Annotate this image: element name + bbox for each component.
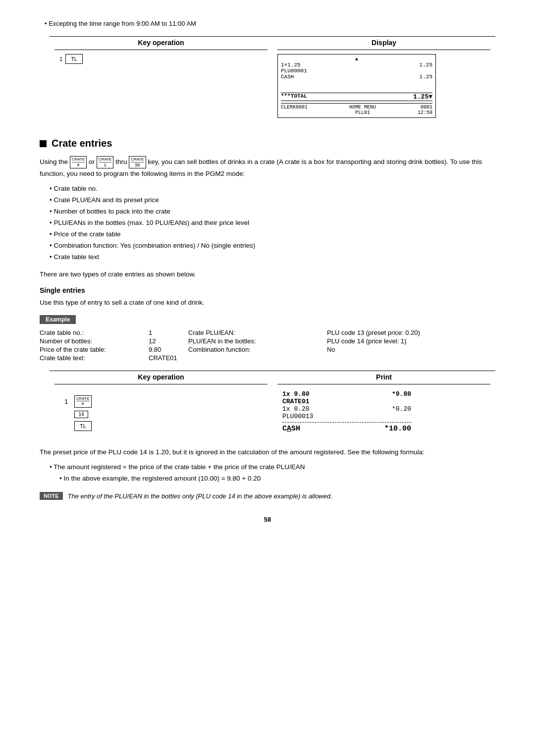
ds-clerk: CLERK0001 bbox=[281, 105, 308, 115]
param-label-2: Number of bottles: bbox=[40, 337, 149, 345]
receipt-r1-left: 1x 9.80 bbox=[282, 390, 310, 398]
top-key-operation-col: Key operation 1 TL bbox=[50, 36, 272, 118]
crate-key-step1: CRATE # bbox=[74, 395, 92, 408]
two-types-text: There are two types of crate entries as … bbox=[40, 269, 495, 280]
params-table: Crate table no.: 1 Crate PLU/EAN: PLU co… bbox=[40, 329, 495, 362]
display-row-1: 1×1.25 1.25 bbox=[281, 62, 432, 68]
receipt-r2-right: *0.20 bbox=[392, 405, 411, 413]
ds-row3-right: 1.25 bbox=[420, 74, 432, 80]
receipt-row-2: 1x 0.20 *0.20 bbox=[282, 405, 411, 413]
single-entries-heading: Single entries bbox=[40, 286, 495, 294]
param-value-2b: PLU code 14 (price level: 1) bbox=[327, 337, 495, 345]
ds-row1-right: 1.25 bbox=[420, 62, 432, 68]
top-display-header: Display bbox=[277, 37, 490, 50]
ds-row2-left: PLU00001 bbox=[281, 68, 307, 74]
bullet-crate-plu-ean: Crate PLU/EAN and its preset price bbox=[50, 195, 495, 206]
receipt-r2-left: 1x 0.20 bbox=[282, 405, 310, 413]
receipt-divider bbox=[282, 422, 411, 423]
param-value-1: 1 bbox=[149, 329, 188, 336]
formula-bullet-list: The amount registered = the price of the… bbox=[50, 462, 495, 485]
top-key-display-table: Key operation 1 TL Display ▲ 1×1.25 1.25… bbox=[50, 36, 495, 118]
ds-home-menu: HOME MENU bbox=[349, 105, 376, 110]
ds-total-value: 1.25▼ bbox=[413, 93, 432, 101]
param-label-3b: Combination function: bbox=[188, 346, 327, 353]
receipt-cash-value: *10.00 bbox=[384, 425, 411, 433]
tl-key: TL bbox=[65, 54, 83, 64]
formula-intro-text: The preset price of the PLU code 14 is 1… bbox=[40, 447, 495, 458]
display-row-2: PLU00001 bbox=[281, 68, 432, 74]
key-step-14: 14 bbox=[74, 411, 258, 418]
param-value-3: 9.80 bbox=[149, 346, 188, 353]
formula-bullet-1: The amount registered = the price of the… bbox=[50, 462, 495, 473]
param-value-3b: No bbox=[327, 346, 495, 353]
ds-time: 12:50 bbox=[418, 110, 432, 115]
step-number-1: 1 bbox=[64, 398, 71, 405]
key-tl: TL bbox=[74, 421, 92, 431]
key-print-table: Key operation 1 CRATE # 14 TL Print bbox=[50, 371, 495, 438]
key-operation-col: Key operation 1 CRATE # 14 TL bbox=[50, 371, 272, 438]
param-value-1b: PLU code 13 (preset price: 0.20) bbox=[327, 329, 495, 336]
bullet-crate-text: Crate table text bbox=[50, 252, 495, 263]
receipt-mockup: 1x 9.80 *9.80 CRATE01 1x 0.20 *0.20 PLU0… bbox=[277, 388, 416, 435]
top-display-col: Display ▲ 1×1.25 1.25 PLU00001 CASH 1.25… bbox=[272, 36, 495, 118]
crate-key-1: CRATE1 bbox=[97, 156, 114, 168]
key-operation-header: Key operation bbox=[54, 371, 268, 384]
receipt-row-1: 1x 9.80 *9.80 bbox=[282, 390, 411, 398]
bullet-combination: Combination function: Yes (combination e… bbox=[50, 240, 495, 252]
crate-key-8: CRATE# bbox=[70, 156, 87, 168]
note-box: NOTE The entry of the PLU/EAN in the bot… bbox=[40, 491, 495, 501]
param-label-1b: Crate PLU/EAN: bbox=[188, 329, 327, 336]
ds-num: 0001 bbox=[418, 105, 432, 110]
receipt-total: CASH *10.00 bbox=[282, 425, 411, 433]
param-label-2b: PLU/EAN in the bottles: bbox=[188, 337, 327, 345]
display-footer: CLERK0001 HOME MENU PLL01 0001 12:50 bbox=[281, 103, 432, 115]
key-14: 14 bbox=[74, 411, 88, 418]
param-label-4: Crate table text: bbox=[40, 354, 149, 362]
formula-bullet-2: In the above example, the registered amo… bbox=[59, 473, 495, 485]
print-col: Print 1x 9.80 *9.80 CRATE01 1x 0.20 *0.2… bbox=[272, 371, 495, 438]
receipt-cash-label: CASH bbox=[282, 425, 300, 433]
receipt-r1-right: *9.80 bbox=[392, 390, 411, 398]
section-square-icon bbox=[40, 140, 47, 147]
display-screen: ▲ 1×1.25 1.25 PLU00001 CASH 1.25 ***TOTA… bbox=[277, 54, 436, 118]
top-key-step-tl: 1 TL bbox=[54, 54, 268, 64]
bullet-num-bottles: Number of bottles to pack into the crate bbox=[50, 206, 495, 217]
ds-row1-left: 1×1.25 bbox=[281, 62, 301, 68]
key-steps-area: 1 CRATE # 14 TL bbox=[54, 388, 268, 438]
display-total: ***TOTAL 1.25▼ bbox=[281, 93, 432, 101]
param-label-3: Price of the crate table: bbox=[40, 346, 149, 353]
receipt-row-crate01: CRATE01 bbox=[282, 398, 411, 405]
crate-entries-section-heading: Crate entries bbox=[40, 138, 495, 149]
display-arrow: ▲ bbox=[281, 56, 432, 62]
receipt-row-plu: PLU00013 bbox=[282, 413, 411, 420]
ds-row3-left: CASH bbox=[281, 74, 294, 80]
bullet-crate-table-no: Crate table no. bbox=[50, 183, 495, 195]
key-step-1: 1 CRATE # bbox=[64, 395, 258, 408]
param-label-1: Crate table no.: bbox=[40, 329, 149, 336]
crate-bullet-list: Crate table no. Crate PLU/EAN and its pr… bbox=[50, 183, 495, 263]
param-value-2: 12 bbox=[149, 337, 188, 345]
note-label: NOTE bbox=[40, 492, 63, 500]
print-header: Print bbox=[277, 371, 490, 384]
top-key-operation-header: Key operation bbox=[54, 37, 268, 50]
param-value-4: CRATE01 bbox=[149, 354, 188, 362]
crate-intro-text: Using the CRATE# or CRATE1 thru CRATE99 … bbox=[40, 156, 495, 179]
receipt-crate01: CRATE01 bbox=[282, 398, 310, 405]
ds-pll: PLL01 bbox=[349, 110, 376, 115]
bullet-price-crate: Price of the crate table bbox=[50, 229, 495, 240]
crate-entries-title: Crate entries bbox=[52, 138, 112, 149]
bullet-plu-eans-bottles: PLU/EANs in the bottles (max. 10 PLU/EAN… bbox=[50, 217, 495, 229]
display-row-3: CASH 1.25 bbox=[281, 74, 432, 80]
intro-note: • Excepting the time range from 9:00 AM … bbox=[45, 20, 495, 27]
ds-total-label: ***TOTAL bbox=[281, 93, 307, 101]
key-step-tl: TL bbox=[74, 421, 258, 431]
page-number: 58 bbox=[40, 516, 495, 523]
single-entries-desc: Use this type of entry to sell a crate o… bbox=[40, 297, 495, 308]
note-text: The entry of the PLU/EAN in the bottles … bbox=[68, 491, 332, 501]
key-1-label: 1 bbox=[59, 56, 62, 62]
example-label: Example bbox=[40, 315, 76, 324]
crate-key-99: CRATE99 bbox=[129, 156, 146, 168]
receipt-plu: PLU00013 bbox=[282, 413, 313, 420]
